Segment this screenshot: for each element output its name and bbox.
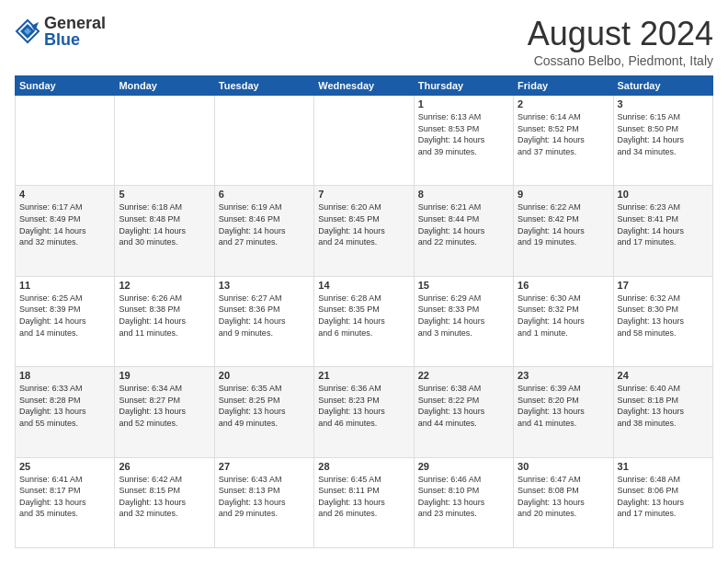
- col-tuesday: Tuesday: [214, 76, 313, 96]
- day-info: Sunrise: 6:19 AM Sunset: 8:46 PM Dayligh…: [219, 201, 310, 247]
- calendar-cell: 26Sunrise: 6:42 AM Sunset: 8:15 PM Dayli…: [115, 457, 214, 547]
- calendar-cell: 16Sunrise: 6:30 AM Sunset: 8:32 PM Dayli…: [514, 276, 613, 366]
- day-info: Sunrise: 6:39 AM Sunset: 8:20 PM Dayligh…: [518, 383, 609, 429]
- calendar-cell: 25Sunrise: 6:41 AM Sunset: 8:17 PM Dayli…: [16, 457, 115, 547]
- day-info: Sunrise: 6:21 AM Sunset: 8:44 PM Dayligh…: [418, 201, 509, 247]
- day-number: 20: [219, 370, 310, 381]
- day-number: 28: [318, 461, 409, 472]
- day-info: Sunrise: 6:46 AM Sunset: 8:10 PM Dayligh…: [418, 474, 509, 520]
- day-info: Sunrise: 6:13 AM Sunset: 8:53 PM Dayligh…: [418, 111, 509, 157]
- day-info: Sunrise: 6:28 AM Sunset: 8:35 PM Dayligh…: [318, 293, 409, 339]
- day-number: 15: [418, 280, 509, 291]
- logo-icon: [15, 18, 40, 44]
- day-number: 5: [119, 189, 210, 200]
- day-number: 29: [418, 461, 509, 472]
- col-sunday: Sunday: [16, 76, 115, 96]
- day-number: 13: [219, 280, 310, 291]
- month-title: August 2024: [528, 15, 713, 53]
- day-number: 30: [518, 461, 609, 472]
- day-info: Sunrise: 6:18 AM Sunset: 8:48 PM Dayligh…: [119, 201, 210, 247]
- calendar-table: Sunday Monday Tuesday Wednesday Thursday…: [15, 75, 713, 548]
- day-number: 16: [518, 280, 609, 291]
- day-number: 21: [318, 370, 409, 381]
- location: Cossano Belbo, Piedmont, Italy: [528, 53, 713, 68]
- day-number: 9: [518, 189, 609, 200]
- day-info: Sunrise: 6:27 AM Sunset: 8:36 PM Dayligh…: [219, 293, 310, 339]
- calendar-cell: 28Sunrise: 6:45 AM Sunset: 8:11 PM Dayli…: [314, 457, 414, 547]
- calendar-cell: 14Sunrise: 6:28 AM Sunset: 8:35 PM Dayli…: [314, 276, 414, 366]
- day-number: 11: [19, 280, 110, 291]
- day-info: Sunrise: 6:25 AM Sunset: 8:39 PM Dayligh…: [19, 293, 110, 339]
- day-number: 2: [518, 98, 609, 109]
- day-number: 14: [318, 280, 409, 291]
- day-info: Sunrise: 6:17 AM Sunset: 8:49 PM Dayligh…: [19, 201, 110, 247]
- calendar-cell: 29Sunrise: 6:46 AM Sunset: 8:10 PM Dayli…: [414, 457, 513, 547]
- logo-text: General Blue: [44, 15, 106, 48]
- day-number: 23: [518, 370, 609, 381]
- calendar-cell: 18Sunrise: 6:33 AM Sunset: 8:28 PM Dayli…: [16, 367, 115, 457]
- logo-general-text: General: [44, 15, 106, 31]
- header-row: Sunday Monday Tuesday Wednesday Thursday…: [16, 76, 713, 96]
- day-info: Sunrise: 6:20 AM Sunset: 8:45 PM Dayligh…: [318, 201, 409, 247]
- calendar-week-4: 18Sunrise: 6:33 AM Sunset: 8:28 PM Dayli…: [16, 367, 713, 457]
- day-number: 26: [119, 461, 210, 472]
- col-wednesday: Wednesday: [314, 76, 414, 96]
- day-info: Sunrise: 6:34 AM Sunset: 8:27 PM Dayligh…: [119, 383, 210, 429]
- day-number: 7: [318, 189, 409, 200]
- calendar-cell: 24Sunrise: 6:40 AM Sunset: 8:18 PM Dayli…: [613, 367, 712, 457]
- calendar-cell: [214, 96, 313, 186]
- col-saturday: Saturday: [613, 76, 712, 96]
- day-number: 19: [119, 370, 210, 381]
- calendar-week-3: 11Sunrise: 6:25 AM Sunset: 8:39 PM Dayli…: [16, 276, 713, 366]
- calendar-cell: 27Sunrise: 6:43 AM Sunset: 8:13 PM Dayli…: [214, 457, 313, 547]
- calendar-cell: 30Sunrise: 6:47 AM Sunset: 8:08 PM Dayli…: [514, 457, 613, 547]
- day-number: 17: [618, 280, 709, 291]
- day-info: Sunrise: 6:48 AM Sunset: 8:06 PM Dayligh…: [618, 474, 709, 520]
- day-info: Sunrise: 6:36 AM Sunset: 8:23 PM Dayligh…: [318, 383, 409, 429]
- day-info: Sunrise: 6:14 AM Sunset: 8:52 PM Dayligh…: [518, 111, 609, 157]
- day-info: Sunrise: 6:33 AM Sunset: 8:28 PM Dayligh…: [19, 383, 110, 429]
- calendar-cell: 31Sunrise: 6:48 AM Sunset: 8:06 PM Dayli…: [613, 457, 712, 547]
- calendar-week-5: 25Sunrise: 6:41 AM Sunset: 8:17 PM Dayli…: [16, 457, 713, 547]
- calendar-cell: [16, 96, 115, 186]
- calendar-week-1: 1Sunrise: 6:13 AM Sunset: 8:53 PM Daylig…: [16, 96, 713, 186]
- calendar-cell: 13Sunrise: 6:27 AM Sunset: 8:36 PM Dayli…: [214, 276, 313, 366]
- calendar-cell: 20Sunrise: 6:35 AM Sunset: 8:25 PM Dayli…: [214, 367, 313, 457]
- calendar-cell: 11Sunrise: 6:25 AM Sunset: 8:39 PM Dayli…: [16, 276, 115, 366]
- calendar-cell: 7Sunrise: 6:20 AM Sunset: 8:45 PM Daylig…: [314, 186, 414, 276]
- day-number: 3: [618, 98, 709, 109]
- title-area: August 2024 Cossano Belbo, Piedmont, Ita…: [528, 15, 713, 68]
- day-info: Sunrise: 6:42 AM Sunset: 8:15 PM Dayligh…: [119, 474, 210, 520]
- page: General Blue August 2024 Cossano Belbo, …: [0, 0, 728, 563]
- day-number: 27: [219, 461, 310, 472]
- day-number: 8: [418, 189, 509, 200]
- day-info: Sunrise: 6:40 AM Sunset: 8:18 PM Dayligh…: [618, 383, 709, 429]
- calendar-cell: 5Sunrise: 6:18 AM Sunset: 8:48 PM Daylig…: [115, 186, 214, 276]
- calendar-cell: 12Sunrise: 6:26 AM Sunset: 8:38 PM Dayli…: [115, 276, 214, 366]
- day-info: Sunrise: 6:43 AM Sunset: 8:13 PM Dayligh…: [219, 474, 310, 520]
- calendar-cell: 9Sunrise: 6:22 AM Sunset: 8:42 PM Daylig…: [514, 186, 613, 276]
- calendar-cell: 17Sunrise: 6:32 AM Sunset: 8:30 PM Dayli…: [613, 276, 712, 366]
- day-info: Sunrise: 6:38 AM Sunset: 8:22 PM Dayligh…: [418, 383, 509, 429]
- col-friday: Friday: [514, 76, 613, 96]
- day-info: Sunrise: 6:29 AM Sunset: 8:33 PM Dayligh…: [418, 293, 509, 339]
- col-monday: Monday: [115, 76, 214, 96]
- calendar-cell: 3Sunrise: 6:15 AM Sunset: 8:50 PM Daylig…: [613, 96, 712, 186]
- calendar-cell: 10Sunrise: 6:23 AM Sunset: 8:41 PM Dayli…: [613, 186, 712, 276]
- day-info: Sunrise: 6:26 AM Sunset: 8:38 PM Dayligh…: [119, 293, 210, 339]
- col-thursday: Thursday: [414, 76, 513, 96]
- day-number: 25: [19, 461, 110, 472]
- header: General Blue August 2024 Cossano Belbo, …: [15, 15, 713, 68]
- calendar-cell: 23Sunrise: 6:39 AM Sunset: 8:20 PM Dayli…: [514, 367, 613, 457]
- day-info: Sunrise: 6:35 AM Sunset: 8:25 PM Dayligh…: [219, 383, 310, 429]
- day-number: 18: [19, 370, 110, 381]
- day-info: Sunrise: 6:30 AM Sunset: 8:32 PM Dayligh…: [518, 293, 609, 339]
- logo: General Blue: [15, 15, 106, 48]
- day-info: Sunrise: 6:45 AM Sunset: 8:11 PM Dayligh…: [318, 474, 409, 520]
- calendar-cell: 8Sunrise: 6:21 AM Sunset: 8:44 PM Daylig…: [414, 186, 513, 276]
- day-info: Sunrise: 6:23 AM Sunset: 8:41 PM Dayligh…: [618, 201, 709, 247]
- day-number: 10: [618, 189, 709, 200]
- calendar-cell: 19Sunrise: 6:34 AM Sunset: 8:27 PM Dayli…: [115, 367, 214, 457]
- calendar-cell: 4Sunrise: 6:17 AM Sunset: 8:49 PM Daylig…: [16, 186, 115, 276]
- day-info: Sunrise: 6:15 AM Sunset: 8:50 PM Dayligh…: [618, 111, 709, 157]
